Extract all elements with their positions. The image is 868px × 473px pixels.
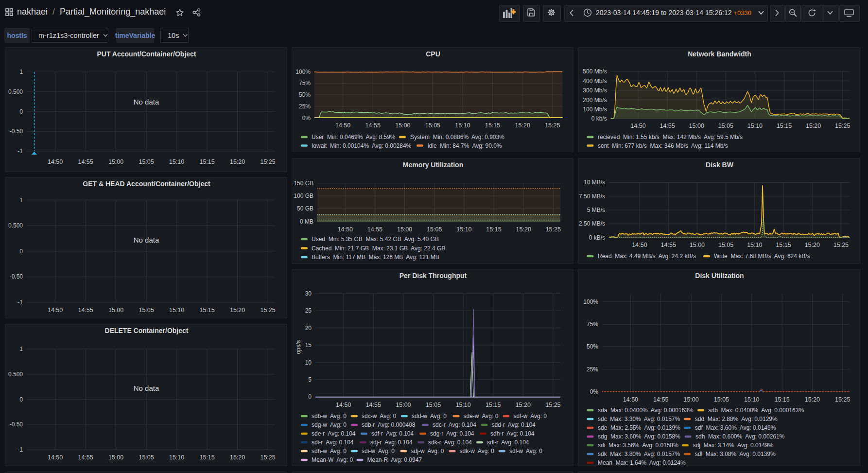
svg-text:-1: -1 [17,299,23,306]
svg-text:15:10: 15:10 [169,158,184,165]
svg-text:15:00: 15:00 [396,402,411,408]
svg-text:15:05: 15:05 [427,226,442,233]
svg-text:sdb-r Avg: 0.000408: sdb-r Avg: 0.000408 [362,421,416,428]
svg-text:15:05: 15:05 [139,158,154,165]
svg-text:300 Mb/s: 300 Mb/s [583,87,607,94]
svg-text:Buffers Min: 117 MB Max: 126: Buffers Min: 117 MB Max: 126 MB Avg: 121… [312,254,439,261]
svg-text:Cached Min: 21.7 GB Max: 23.: Cached Min: 21.7 GB Max: 23.1 GB Avg: 22… [312,245,445,252]
svg-text:15:10: 15:10 [747,242,762,248]
svg-text:14:50: 14:50 [632,242,647,248]
svg-text:15:10: 15:10 [169,454,184,461]
svg-text:0: 0 [19,396,23,403]
svg-text:15:10: 15:10 [456,226,471,233]
svg-text:75%: 75% [587,321,598,328]
svg-text:15:20: 15:20 [516,226,531,233]
svg-text:15:25: 15:25 [260,454,275,461]
svg-text:25%: 25% [587,366,598,373]
svg-text:No data: No data [134,384,159,392]
svg-text:15:00: 15:00 [108,454,123,461]
svg-text:15:05: 15:05 [718,123,733,129]
svg-text:0%: 0% [302,115,311,122]
svg-text:15:00: 15:00 [397,226,412,233]
svg-text:0 kb/s: 0 kb/s [591,115,607,122]
svg-text:14:50: 14:50 [336,402,351,408]
svg-text:30: 30 [305,290,312,297]
svg-text:15:00: 15:00 [108,158,123,165]
svg-text:sdh-r Avg: 0.104: sdh-r Avg: 0.104 [490,430,535,437]
svg-text:15:20: 15:20 [516,402,531,408]
svg-text:50 GB: 50 GB [297,205,313,212]
svg-text:15:15: 15:15 [776,242,791,248]
svg-text:Per Disk Throughput: Per Disk Throughput [399,272,467,280]
svg-text:14:55: 14:55 [653,396,668,403]
svg-text:15:10: 15:10 [169,307,184,314]
svg-text:10 MB/s: 10 MB/s [584,179,605,186]
svg-text:15:10: 15:10 [747,123,763,129]
svg-text:15:05: 15:05 [426,402,441,408]
svg-text:PUT Account/Container/Object: PUT Account/Container/Object [97,50,196,58]
svg-text:User Min: 0.0469% Avg: 8.59%: User Min: 0.0469% Avg: 8.59% [312,134,396,140]
svg-text:15:05: 15:05 [139,307,154,314]
svg-text:14:50: 14:50 [48,307,63,314]
svg-text:15:00: 15:00 [108,307,123,314]
svg-text:15:00: 15:00 [689,123,704,129]
svg-text:14:55: 14:55 [367,226,382,233]
svg-text:0.500: 0.500 [8,222,23,229]
svg-text:CPU: CPU [426,50,440,58]
svg-text:20: 20 [305,325,312,332]
svg-text:sde-r Avg: 0.104: sde-r Avg: 0.104 [312,430,356,437]
svg-text:14:55: 14:55 [78,158,93,165]
svg-text:15:25: 15:25 [546,226,561,233]
svg-text:sdl-r Avg: 0.104: sdl-r Avg: 0.104 [487,439,529,446]
svg-text:ops/s: ops/s [295,340,302,354]
svg-text:Disk BW: Disk BW [706,161,734,169]
svg-text:sdg-r Avg: 0.104: sdg-r Avg: 0.104 [430,430,474,437]
svg-text:150 GB: 150 GB [294,180,313,187]
svg-text:15:25: 15:25 [835,123,850,129]
svg-text:25%: 25% [299,103,311,110]
svg-text:400 Mb/s: 400 Mb/s [583,78,607,85]
svg-text:15:20: 15:20 [230,158,245,165]
svg-text:75%: 75% [299,80,311,87]
svg-text:Memory Utilization: Memory Utilization [403,161,463,169]
svg-text:sde-w Avg: 0: sde-w Avg: 0 [464,413,499,420]
svg-text:sdd Max: 2.88% Avg: 0.0129%: sdd Max: 2.88% Avg: 0.0129% [695,416,778,422]
svg-text:sent Min: 677 kb/s Max: 346: sent Min: 677 kb/s Max: 346 Mb/s Avg: 11… [598,142,728,149]
svg-text:DELETE Container/Object: DELETE Container/Object [105,327,189,334]
svg-text:Iowait Min: 0.00104% Avg: 0.: Iowait Min: 0.00104% Avg: 0.00284% [312,142,412,149]
svg-text:14:50: 14:50 [630,123,645,129]
svg-text:15:05: 15:05 [139,454,154,461]
svg-text:15:00: 15:00 [395,122,410,129]
svg-text:100 GB: 100 GB [294,193,313,199]
svg-text:15:05: 15:05 [714,396,729,403]
svg-text:sde Max: 2.55% Avg: 0.0139%: sde Max: 2.55% Avg: 0.0139% [598,424,680,431]
svg-text:10: 10 [305,359,312,366]
svg-text:sdf-r Avg: 0.104: sdf-r Avg: 0.104 [371,430,414,437]
svg-text:sdi-w Avg: 0: sdi-w Avg: 0 [362,448,395,455]
svg-text:14:55: 14:55 [365,122,381,129]
svg-text:sdf-w Avg: 0: sdf-w Avg: 0 [514,413,547,420]
svg-text:sdc Max: 3.30% Avg: 0.0157%: sdc Max: 3.30% Avg: 0.0157% [598,416,680,422]
svg-text:14:55: 14:55 [366,402,381,408]
svg-text:25: 25 [305,307,312,314]
svg-text:0.500: 0.500 [8,371,23,378]
svg-text:14:55: 14:55 [660,123,675,129]
svg-text:15:20: 15:20 [230,454,245,461]
svg-text:15:10: 15:10 [455,122,470,129]
svg-text:0: 0 [308,393,312,400]
svg-text:-0.50: -0.50 [10,128,23,135]
svg-text:7.50 MB/s: 7.50 MB/s [579,193,605,200]
svg-text:sdb-w Avg: 0: sdb-w Avg: 0 [312,413,347,420]
svg-text:15:05: 15:05 [718,242,733,248]
svg-text:Write Max: 7.68 MB/s Avg: 62: Write Max: 7.68 MB/s Avg: 624 kB/s [714,253,810,260]
svg-text:sda Max: 0.0400% Avg: 0.0001: sda Max: 0.0400% Avg: 0.000163% [598,407,694,414]
svg-text:sdc-r Avg: 0.104: sdc-r Avg: 0.104 [433,421,476,428]
svg-text:15:10: 15:10 [744,396,759,403]
svg-text:-1: -1 [17,446,23,453]
svg-text:recieved Min: 1.55 kb/s Max:: recieved Min: 1.55 kb/s Max: 142 Mb/s Av… [598,134,743,140]
svg-text:15:25: 15:25 [835,396,850,403]
svg-text:15:20: 15:20 [805,242,820,248]
svg-text:sdj Max: 3.14% Avg: 0.0149%: sdj Max: 3.14% Avg: 0.0149% [693,442,774,449]
svg-text:0%: 0% [590,388,599,395]
svg-text:14:55: 14:55 [78,307,93,314]
